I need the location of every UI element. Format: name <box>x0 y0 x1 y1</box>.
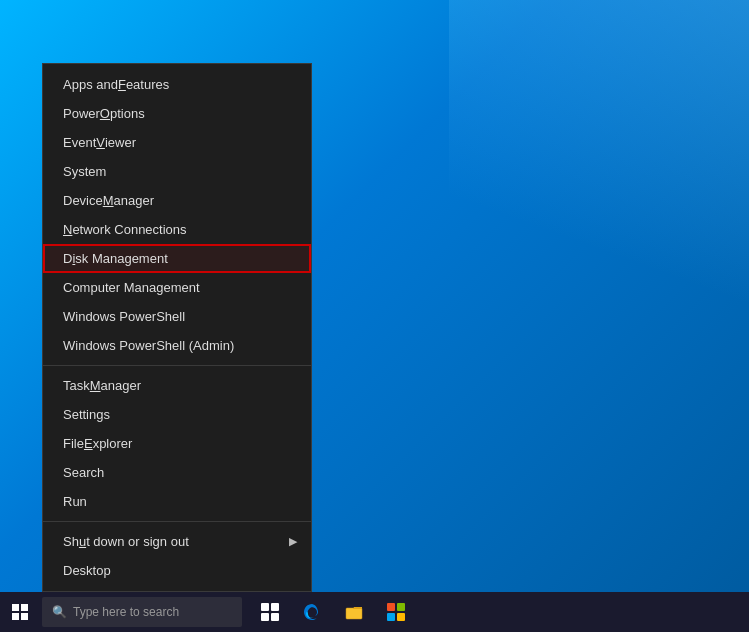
menu-item-windows-powershell[interactable]: Windows PowerShell <box>43 302 311 331</box>
menu-item-windows-powershell-admin[interactable]: Windows PowerShell (Admin) <box>43 331 311 360</box>
menu-item-file-explorer[interactable]: File Explorer <box>43 429 311 458</box>
svg-rect-1 <box>271 603 279 611</box>
menu-item-device-manager[interactable]: Device Manager <box>43 186 311 215</box>
menu-item-system[interactable]: System <box>43 157 311 186</box>
menu-item-computer-management[interactable]: Computer Management <box>43 273 311 302</box>
svg-rect-9 <box>397 613 405 621</box>
menu-item-network-connections[interactable]: Network Connections <box>43 215 311 244</box>
file-explorer-button[interactable] <box>334 592 374 632</box>
edge-button[interactable] <box>292 592 332 632</box>
context-menu: Apps and FeaturesPower OptionsEvent View… <box>42 63 312 592</box>
menu-item-power-options[interactable]: Power Options <box>43 99 311 128</box>
menu-item-desktop[interactable]: Desktop <box>43 556 311 585</box>
windows-logo-icon <box>12 604 28 620</box>
search-icon: 🔍 <box>52 605 67 619</box>
menu-item-settings[interactable]: Settings <box>43 400 311 429</box>
taskbar-search-placeholder: Type here to search <box>73 605 179 619</box>
menu-item-search[interactable]: Search <box>43 458 311 487</box>
svg-rect-3 <box>271 613 279 621</box>
desktop-decoration <box>449 0 749 400</box>
task-view-button[interactable] <box>250 592 290 632</box>
taskbar-icons <box>250 592 416 632</box>
start-button[interactable] <box>0 592 40 632</box>
menu-divider <box>43 365 311 366</box>
taskbar-search-box[interactable]: 🔍 Type here to search <box>42 597 242 627</box>
menu-item-apps-features[interactable]: Apps and Features <box>43 70 311 99</box>
submenu-arrow-icon: ▶ <box>289 535 297 548</box>
svg-rect-7 <box>397 603 405 611</box>
menu-divider <box>43 521 311 522</box>
menu-item-shutdown-signout[interactable]: Shut down or sign out▶ <box>43 527 311 556</box>
taskbar: 🔍 Type here to search <box>0 592 749 632</box>
menu-item-task-manager[interactable]: Task Manager <box>43 371 311 400</box>
svg-rect-4 <box>346 608 362 619</box>
ms-store-button[interactable] <box>376 592 416 632</box>
menu-item-disk-management[interactable]: Disk Management <box>43 244 311 273</box>
menu-item-run[interactable]: Run <box>43 487 311 516</box>
svg-rect-6 <box>387 603 395 611</box>
svg-rect-0 <box>261 603 269 611</box>
svg-rect-2 <box>261 613 269 621</box>
menu-item-event-viewer[interactable]: Event Viewer <box>43 128 311 157</box>
svg-rect-8 <box>387 613 395 621</box>
